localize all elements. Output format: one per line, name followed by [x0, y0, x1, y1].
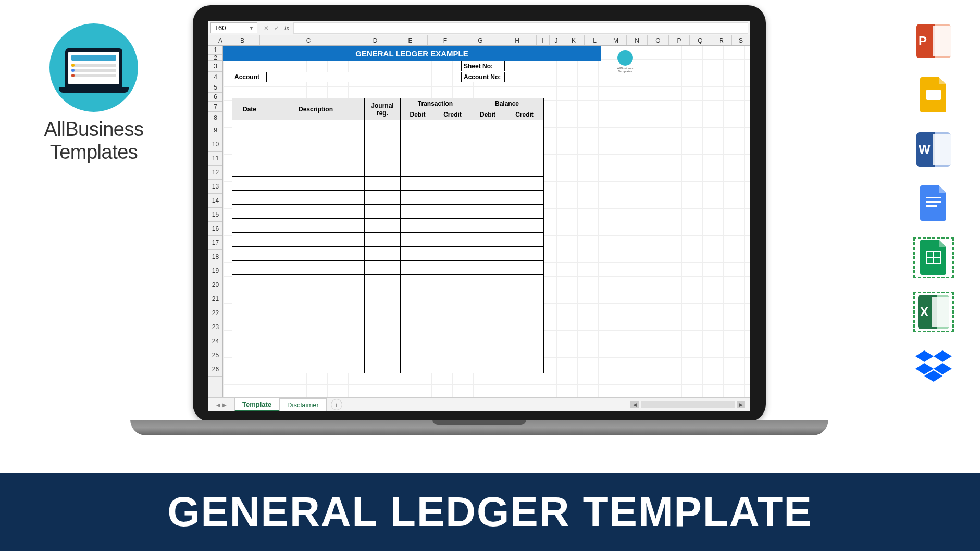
cell[interactable] — [470, 205, 505, 219]
cell[interactable] — [232, 233, 267, 247]
cell[interactable] — [435, 317, 470, 331]
cell[interactable] — [505, 134, 544, 148]
cell[interactable] — [401, 191, 435, 205]
cell[interactable] — [435, 275, 470, 289]
row-header[interactable]: 20 — [208, 278, 222, 292]
column-header[interactable]: A — [216, 35, 225, 45]
select-all-corner[interactable] — [208, 35, 216, 45]
accept-icon[interactable]: ✓ — [274, 24, 279, 32]
cell[interactable] — [470, 120, 505, 134]
cell[interactable] — [505, 120, 544, 134]
cell[interactable] — [232, 359, 267, 373]
cell[interactable] — [435, 345, 470, 359]
cell[interactable] — [401, 134, 435, 148]
cell[interactable] — [267, 120, 365, 134]
cell[interactable] — [505, 261, 544, 275]
cell[interactable] — [505, 275, 544, 289]
column-header[interactable]: F — [428, 35, 463, 45]
cell[interactable] — [267, 247, 365, 261]
cancel-icon[interactable]: ✕ — [264, 24, 269, 32]
row-header[interactable]: 25 — [208, 348, 222, 362]
cell[interactable] — [365, 191, 401, 205]
cell[interactable] — [435, 120, 470, 134]
cell[interactable] — [505, 191, 544, 205]
cell[interactable] — [232, 177, 267, 191]
cell[interactable] — [435, 191, 470, 205]
cell[interactable] — [232, 345, 267, 359]
col-balance[interactable]: Balance — [470, 98, 544, 109]
row-header[interactable]: 23 — [208, 320, 222, 334]
col-b-debit[interactable]: Debit — [470, 109, 505, 120]
cell[interactable] — [435, 219, 470, 233]
row-header[interactable]: 8 — [208, 112, 222, 123]
cell[interactable] — [401, 261, 435, 275]
cell[interactable] — [365, 289, 401, 303]
cell[interactable] — [470, 317, 505, 331]
column-header[interactable]: R — [711, 35, 732, 45]
row-header[interactable]: 12 — [208, 166, 222, 180]
cell[interactable] — [470, 275, 505, 289]
cell[interactable] — [365, 345, 401, 359]
col-date[interactable]: Date — [232, 98, 267, 120]
column-header[interactable]: N — [627, 35, 648, 45]
cell[interactable] — [365, 177, 401, 191]
cell[interactable] — [470, 191, 505, 205]
cell[interactable] — [505, 345, 544, 359]
cell[interactable] — [401, 359, 435, 373]
cell[interactable] — [232, 191, 267, 205]
row-header[interactable]: 10 — [208, 137, 222, 152]
account-value[interactable] — [267, 72, 364, 82]
cell[interactable] — [232, 247, 267, 261]
cell[interactable] — [401, 120, 435, 134]
cell[interactable] — [267, 219, 365, 233]
cell[interactable] — [232, 134, 267, 148]
excel-icon[interactable]: X — [913, 292, 954, 332]
cell[interactable] — [470, 134, 505, 148]
cell[interactable] — [401, 289, 435, 303]
cell[interactable] — [401, 331, 435, 345]
row-header[interactable]: 7 — [208, 102, 222, 112]
cell[interactable] — [470, 359, 505, 373]
cell[interactable] — [470, 303, 505, 317]
cell[interactable] — [470, 233, 505, 247]
col-description[interactable]: Description — [267, 98, 365, 120]
cell[interactable] — [435, 303, 470, 317]
column-header[interactable]: K — [563, 35, 585, 45]
cell[interactable] — [232, 261, 267, 275]
cell[interactable] — [267, 148, 365, 162]
cell[interactable] — [435, 247, 470, 261]
cell[interactable] — [435, 148, 470, 162]
row-header[interactable]: 15 — [208, 208, 222, 222]
cell[interactable] — [505, 359, 544, 373]
word-icon[interactable]: W — [913, 129, 954, 170]
cell[interactable] — [365, 275, 401, 289]
row-header[interactable]: 18 — [208, 250, 222, 264]
cell[interactable] — [267, 303, 365, 317]
cell[interactable] — [267, 162, 365, 177]
column-header[interactable]: S — [732, 35, 750, 45]
row-header[interactable]: 5 — [208, 82, 222, 93]
cell[interactable] — [232, 331, 267, 345]
cell[interactable] — [232, 162, 267, 177]
cell[interactable] — [365, 205, 401, 219]
cell[interactable] — [401, 162, 435, 177]
cell[interactable] — [470, 331, 505, 345]
cell[interactable] — [232, 205, 267, 219]
tab-disclaimer[interactable]: Disclaimer — [279, 398, 327, 411]
cell[interactable] — [470, 345, 505, 359]
cell[interactable] — [232, 219, 267, 233]
row-header[interactable]: 16 — [208, 222, 222, 236]
cell[interactable] — [505, 303, 544, 317]
cell[interactable] — [505, 331, 544, 345]
cell[interactable] — [365, 317, 401, 331]
cell[interactable] — [505, 205, 544, 219]
cell[interactable] — [267, 317, 365, 331]
cell[interactable] — [267, 359, 365, 373]
cell[interactable] — [435, 261, 470, 275]
cell[interactable] — [365, 233, 401, 247]
column-header[interactable]: E — [393, 35, 428, 45]
tab-template[interactable]: Template — [234, 398, 279, 411]
column-header[interactable]: J — [550, 35, 563, 45]
cell[interactable] — [267, 261, 365, 275]
dropdown-icon[interactable]: ▼ — [249, 26, 254, 31]
